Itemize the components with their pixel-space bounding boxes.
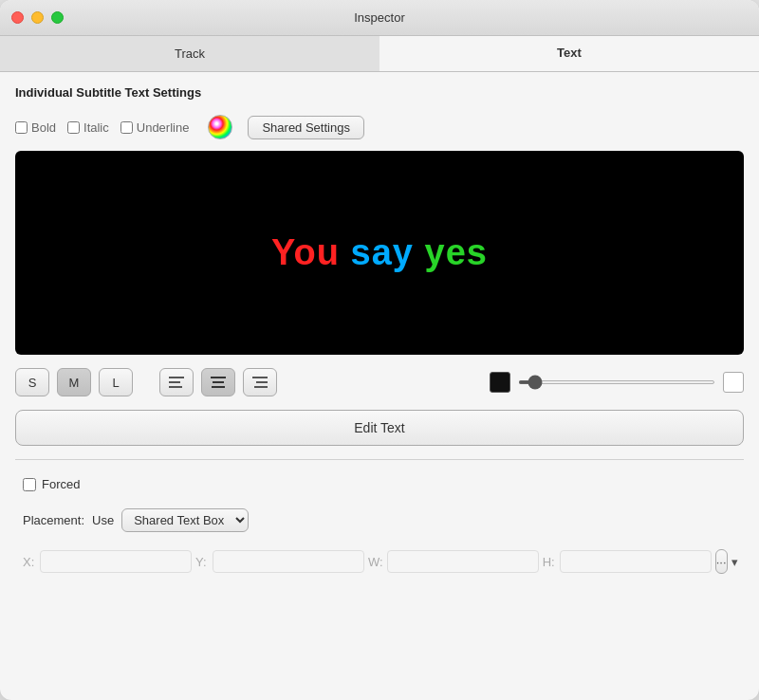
italic-checkbox-item[interactable]: Italic xyxy=(67,120,109,135)
subtitle-word-yes: yes xyxy=(425,232,488,272)
x-label: X: xyxy=(23,555,36,569)
size-large-button[interactable]: L xyxy=(99,368,133,396)
shared-settings-button[interactable]: Shared Settings xyxy=(248,116,364,139)
size-medium-button[interactable]: M xyxy=(57,368,91,396)
w-item: W: xyxy=(368,550,539,573)
controls-row: S M L xyxy=(15,364,744,400)
titlebar-buttons xyxy=(11,11,64,24)
y-label: Y: xyxy=(195,555,209,569)
titlebar: Inspector xyxy=(0,0,759,36)
opacity-slider[interactable] xyxy=(518,380,715,384)
x-item: X: xyxy=(23,550,192,573)
w-label: W: xyxy=(368,555,383,569)
h-item: H: xyxy=(543,550,712,573)
subtitle-word-you: You xyxy=(271,232,340,272)
svg-rect-0 xyxy=(169,377,184,378)
svg-rect-5 xyxy=(212,386,225,388)
w-input[interactable] xyxy=(387,550,539,573)
h-label: H: xyxy=(543,555,556,569)
section-heading: Individual Subtitle Text Settings xyxy=(15,85,744,100)
svg-rect-3 xyxy=(211,377,226,378)
y-input[interactable] xyxy=(213,550,364,573)
tabbar: Track Text xyxy=(0,36,759,72)
svg-rect-2 xyxy=(169,386,182,388)
close-button[interactable] xyxy=(11,11,24,24)
window-title: Inspector xyxy=(354,10,404,25)
text-color-swatch[interactable] xyxy=(490,372,510,393)
forced-label: Forced xyxy=(42,477,80,491)
subtitle-word-say: say xyxy=(351,232,414,272)
bold-checkbox[interactable] xyxy=(15,121,28,134)
inspector-window: Inspector Track Text Individual Subtitle… xyxy=(0,0,759,700)
placement-label: Placement: xyxy=(23,513,84,527)
edit-text-button[interactable]: Edit Text xyxy=(15,410,744,446)
subtitle-preview: You say yes xyxy=(15,151,744,355)
svg-rect-8 xyxy=(254,386,268,388)
ellipsis-icon: ··· xyxy=(716,555,727,569)
underline-checkbox-item[interactable]: Underline xyxy=(120,120,190,135)
size-small-button[interactable]: S xyxy=(15,368,49,396)
bold-label: Bold xyxy=(31,120,56,135)
bold-checkbox-item[interactable]: Bold xyxy=(15,120,56,135)
svg-rect-6 xyxy=(252,377,268,378)
tab-text[interactable]: Text xyxy=(380,36,759,71)
chevron-down-button[interactable]: ▾ xyxy=(731,549,738,574)
color-picker-ball[interactable] xyxy=(208,115,232,139)
italic-checkbox[interactable] xyxy=(67,121,80,134)
minimize-button[interactable] xyxy=(31,11,44,24)
placement-use-label: Use xyxy=(92,513,114,527)
placement-select[interactable]: Shared Text Box Custom Position xyxy=(121,508,249,532)
opacity-empty-swatch xyxy=(723,372,744,393)
svg-rect-7 xyxy=(256,381,268,383)
format-row: Bold Italic Underline Shared Settings xyxy=(15,113,744,141)
align-left-icon xyxy=(169,377,184,388)
underline-checkbox[interactable] xyxy=(120,121,133,134)
chevron-down-icon: ▾ xyxy=(731,555,738,569)
xywh-row: X: Y: W: H: ··· ▾ xyxy=(15,545,744,578)
underline-label: Underline xyxy=(137,120,190,135)
subtitle-text: You say yes xyxy=(271,232,488,273)
tab-track[interactable]: Track xyxy=(0,36,380,71)
h-input[interactable] xyxy=(560,550,712,573)
svg-rect-4 xyxy=(213,381,224,383)
align-right-button[interactable] xyxy=(243,368,277,396)
align-center-button[interactable] xyxy=(201,368,235,396)
svg-rect-1 xyxy=(169,381,180,383)
divider-1 xyxy=(15,459,744,460)
align-right-icon xyxy=(252,377,268,388)
placement-row: Placement: Use Shared Text Box Custom Po… xyxy=(15,505,744,536)
y-item: Y: xyxy=(195,550,364,573)
forced-checkbox[interactable] xyxy=(23,478,36,491)
content-area: Individual Subtitle Text Settings Bold I… xyxy=(0,72,759,700)
align-center-icon xyxy=(211,377,226,388)
x-input[interactable] xyxy=(40,550,192,573)
align-left-button[interactable] xyxy=(159,368,194,396)
maximize-button[interactable] xyxy=(51,11,64,24)
ellipsis-button[interactable]: ··· xyxy=(715,549,728,574)
forced-row: Forced xyxy=(15,473,744,495)
italic-label: Italic xyxy=(83,120,109,135)
